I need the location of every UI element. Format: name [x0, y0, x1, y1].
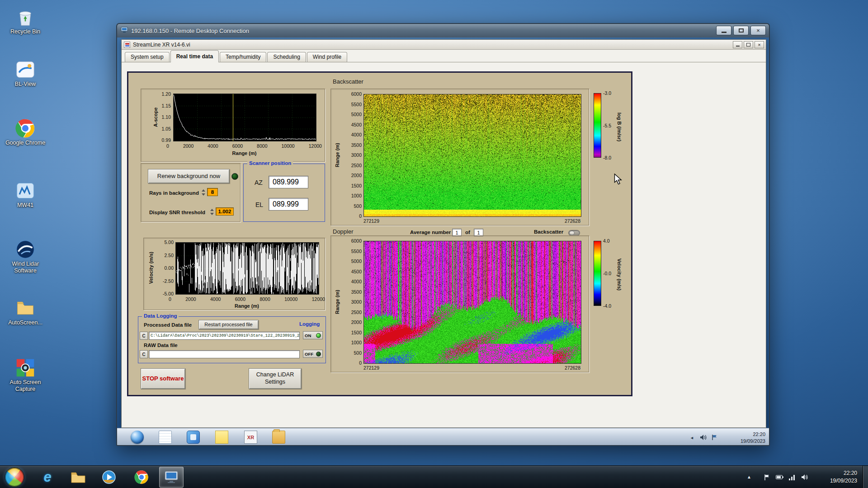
processed-browse-button[interactable]: C — [140, 332, 148, 340]
az-field[interactable]: 089.999 — [269, 176, 308, 188]
tab-scheduling[interactable]: Scheduling — [267, 52, 306, 62]
remote-clock[interactable]: 22:20 19/09/2023 — [741, 431, 765, 445]
x-start-label: 272129 — [363, 218, 379, 224]
start-button[interactable] — [5, 467, 24, 487]
velocity-xticks: 020004000600080001000012000 — [169, 296, 325, 302]
tick-label: 1.10 — [162, 114, 171, 120]
toggle-knob — [569, 231, 575, 235]
recycle-bin-icon — [15, 7, 35, 27]
tick-label: 6000 — [235, 296, 245, 302]
rdp-titlebar[interactable]: 192.168.0.150 - Remote Desktop Connectio… — [117, 24, 769, 38]
remote-flag-icon[interactable] — [712, 434, 717, 442]
remote-taskbar-xr-app-icon[interactable]: XR — [244, 431, 257, 444]
data-logging-title: Data Logging — [142, 313, 179, 319]
taskbar-explorer-icon[interactable] — [66, 467, 90, 488]
processed-file-label: Processed Data file — [144, 322, 192, 328]
snr-value-field[interactable]: 1.002 — [216, 207, 234, 216]
rdp-close-button[interactable]: × — [750, 26, 766, 35]
doppler-colorbar — [594, 241, 601, 306]
remote-clock-date: 19/09/2023 — [741, 438, 765, 445]
rdp-minimize-button[interactable] — [716, 26, 731, 35]
app-minimize-button[interactable] — [733, 41, 742, 48]
tick-label: 2000 — [351, 173, 362, 178]
show-desktop-button[interactable] — [863, 466, 868, 488]
tray-network-icon[interactable] — [788, 473, 797, 481]
tick-label: 4000 — [351, 132, 362, 137]
app-close-button[interactable]: × — [755, 41, 764, 48]
restart-processed-button[interactable]: Restart processed file — [198, 320, 259, 329]
tray-chevron-icon[interactable]: ▲ — [747, 474, 751, 479]
desktop-icon-auto-screen-capture[interactable]: Auto Screen Capture — [4, 358, 47, 393]
app-maximize-button[interactable] — [744, 41, 753, 48]
internet-explorer-icon: e — [43, 469, 51, 485]
tick-label: 1500 — [351, 183, 362, 188]
tick-label: 2000 — [183, 143, 193, 149]
taskbar-ie-icon[interactable]: e — [35, 467, 60, 488]
el-label: EL — [255, 201, 263, 208]
change-lidar-settings-button[interactable]: Change LiDAR Settings — [249, 368, 302, 389]
remote-taskbar-notes-icon[interactable] — [215, 431, 228, 444]
backscatter-plot-group: Range (m) 600055005000450040003500300025… — [330, 89, 589, 225]
processed-logging-toggle[interactable]: ON — [303, 331, 323, 339]
tray-volume-icon[interactable] — [800, 473, 809, 481]
tick-label: 5.00 — [165, 239, 174, 245]
tab-wind-profile[interactable]: Wind profile — [307, 52, 347, 62]
tray-flag-icon[interactable] — [762, 473, 771, 481]
rays-value-field[interactable]: 8 — [207, 188, 218, 196]
tab-temp-humidity[interactable]: Temp/humidity — [220, 52, 266, 62]
raw-browse-button[interactable]: C — [140, 350, 148, 358]
maximize-icon — [746, 43, 750, 47]
doppler-title: Doppler — [333, 228, 354, 235]
remote-tray-chevron-icon[interactable]: ◄ — [690, 436, 694, 440]
desktop-icon-google-chrome[interactable]: Google Chrome — [4, 118, 47, 146]
average-number-label: Average number — [410, 230, 451, 235]
raw-logging-toggle[interactable]: OFF — [303, 350, 323, 358]
desktop-icon-mw41[interactable]: MW41 — [4, 181, 47, 209]
tick-label: 4000 — [210, 296, 221, 302]
desktop-icon-wind-lidar[interactable]: Wind Lidar Software — [4, 239, 47, 274]
taskbar-media-player-icon[interactable] — [97, 467, 121, 488]
rdp-maximize-button[interactable] — [733, 26, 749, 35]
tick-label: -3.0 — [603, 90, 617, 96]
tick-label: -8.0 — [603, 155, 617, 160]
led-icon — [316, 352, 321, 357]
stop-software-button[interactable]: STOP software — [141, 368, 185, 389]
rays-spinner[interactable] — [201, 188, 206, 197]
tick-label: 6000 — [232, 143, 243, 149]
remote-taskbar-app-icon[interactable] — [187, 431, 200, 444]
velocity-plot — [175, 242, 319, 295]
desktop-icon-recycle-bin[interactable]: Recycle Bin — [4, 7, 47, 35]
el-field[interactable]: 089.999 — [269, 198, 308, 211]
raw-path-field[interactable] — [149, 350, 300, 358]
rdp-monitor-icon — [164, 470, 179, 484]
tick-label: 10000 — [282, 143, 295, 149]
doppler-yticks: 6000550050004500400035003000250020001500… — [342, 238, 362, 366]
tick-label: 3000 — [351, 152, 362, 158]
taskbar-clock-date: 19/09/2023 — [819, 477, 857, 485]
remote-taskbar-notepad-icon[interactable] — [159, 431, 172, 444]
tray-battery-icon[interactable] — [775, 473, 784, 481]
desktop-icon-autoscreen[interactable]: AutoScreen... — [4, 298, 47, 326]
minimize-icon — [722, 32, 726, 33]
labview-panel: A-scope 1.201.151.101.050.99 02000400060… — [127, 71, 632, 396]
taskbar-chrome-icon[interactable] — [129, 467, 154, 488]
velocity-ylabel: Velocity (m/s) — [148, 242, 154, 294]
taskbar-clock[interactable]: 22:20 19/09/2023 — [819, 469, 860, 485]
folder-icon — [15, 298, 35, 318]
processed-path-field[interactable]: C:\LidarA\Data\Proc\2023\202309\20230919… — [149, 332, 300, 340]
backscatter-yticks: 6000550050004500400035003000250020001500… — [342, 91, 362, 219]
snr-spinner[interactable] — [210, 208, 215, 216]
desktop-icon-bl-view[interactable]: BL-View — [4, 60, 47, 88]
doppler-backscatter-toggle-label: Backscatter — [534, 229, 563, 235]
renew-background-button[interactable]: Renew background now — [148, 169, 230, 183]
tab-real-time-data[interactable]: Real time data — [170, 50, 219, 62]
x-start-label: 272129 — [363, 365, 379, 371]
taskbar-rdp-icon[interactable] — [159, 467, 184, 488]
remote-taskbar-folder-icon[interactable] — [272, 431, 285, 444]
remote-taskbar-browser-icon[interactable] — [131, 431, 144, 444]
tab-system-setup[interactable]: System setup — [125, 52, 170, 62]
remote-volume-icon[interactable] — [700, 434, 707, 442]
tick-label: 8000 — [257, 143, 267, 149]
app-titlebar[interactable]: StreamLine XR v14-6.vi × — [122, 40, 766, 50]
spin-down-icon — [210, 213, 214, 215]
